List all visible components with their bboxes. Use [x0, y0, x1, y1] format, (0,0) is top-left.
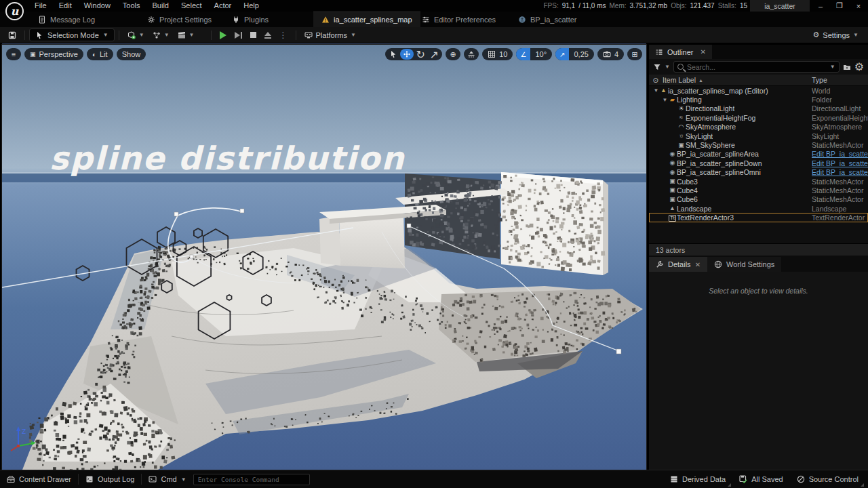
- row-label[interactable]: Cube3: [677, 178, 698, 186]
- row-label[interactable]: ia_scatter_splines_map (Editor): [668, 87, 768, 95]
- row-label[interactable]: BP_ia_scatter_splineOmni: [677, 168, 761, 176]
- outliner-row[interactable]: ◉BP_ia_scatter_splineAreaEdit BP_ia_scat…: [649, 150, 868, 159]
- menu-item-actor[interactable]: Actor: [208, 0, 238, 12]
- outliner-row[interactable]: ▣Cube4StaticMeshActor: [649, 186, 868, 195]
- close-icon[interactable]: ✕: [695, 261, 701, 268]
- row-label[interactable]: DirectionalLight: [686, 104, 734, 113]
- edit-blueprint-link[interactable]: Edit BP_ia_scatter: [812, 168, 868, 176]
- row-label[interactable]: TextRenderActor3: [677, 214, 734, 222]
- row-label[interactable]: Cube6: [677, 195, 698, 203]
- outliner-row[interactable]: ☀DirectionalLightDirectionalLight: [649, 104, 868, 113]
- cinematics-button[interactable]: ▼: [174, 28, 199, 42]
- menu-item-build[interactable]: Build: [146, 0, 175, 12]
- show-dropdown[interactable]: Show: [117, 48, 146, 60]
- close-button[interactable]: ×: [849, 0, 868, 12]
- tab-bp-ia-scatter[interactable]: BP_ia_scatter: [510, 12, 585, 27]
- outliner-row[interactable]: ▣Cube3StaticMeshActor: [649, 177, 868, 186]
- move-tool-button[interactable]: [400, 49, 414, 60]
- create-folder-icon[interactable]: [843, 63, 851, 71]
- grid-snap-control[interactable]: 10: [482, 48, 513, 60]
- close-icon[interactable]: ✕: [701, 48, 706, 56]
- view-mode-dropdown[interactable]: ◐ Lit: [87, 48, 113, 60]
- row-label[interactable]: Lighting: [677, 96, 702, 104]
- row-label[interactable]: SkyAtmosphere: [686, 123, 736, 131]
- row-label[interactable]: Cube4: [677, 186, 698, 195]
- derived-data-button[interactable]: Derived Data: [663, 470, 732, 488]
- row-label[interactable]: SkyLight: [686, 132, 713, 140]
- maximize-viewport-button[interactable]: ⊞: [627, 48, 642, 60]
- content-drawer-button[interactable]: Content Drawer: [0, 470, 78, 488]
- outliner-row[interactable]: ▼▰LightingFolder: [649, 95, 868, 104]
- scale-snap-control[interactable]: ↗ 0,25: [555, 48, 594, 60]
- perspective-dropdown[interactable]: ▣ Perspective: [24, 48, 83, 60]
- scale-tool-button[interactable]: ↗: [427, 49, 441, 60]
- visibility-eye-icon[interactable]: ⊙: [649, 76, 663, 84]
- menu-item-file[interactable]: File: [28, 0, 53, 12]
- row-label[interactable]: BP_ia_scatter_splineDown: [677, 159, 762, 167]
- outliner-row[interactable]: ▣SM_SkySphereStaticMeshActor: [649, 140, 868, 149]
- select-tool-button[interactable]: [387, 49, 400, 60]
- play-options-button[interactable]: ⋮: [275, 28, 292, 42]
- surface-snapping-button[interactable]: [464, 48, 479, 60]
- camera-speed-control[interactable]: 4: [597, 48, 624, 60]
- tab-message-log[interactable]: Message Log: [30, 12, 103, 27]
- outliner-row[interactable]: ≈ExponentialHeightFogExponentialHeightFo…: [649, 113, 868, 122]
- outliner-settings-gear-icon[interactable]: ⚙: [854, 60, 864, 73]
- row-label[interactable]: BP_ia_scatter_splineArea: [677, 150, 759, 158]
- tab-world-settings[interactable]: World Settings: [707, 257, 781, 272]
- menu-item-tools[interactable]: Tools: [117, 0, 146, 12]
- cmd-dropdown[interactable]: Cmd ▼: [142, 470, 193, 488]
- edit-blueprint-link[interactable]: Edit BP_ia_scatter: [812, 159, 868, 167]
- row-label[interactable]: SM_SkySphere: [686, 141, 735, 149]
- platforms-dropdown[interactable]: Platforms ▼: [300, 28, 360, 42]
- outliner-row[interactable]: ▼▲ia_scatter_splines_map (Editor)World: [649, 86, 868, 95]
- restore-button[interactable]: ❐: [830, 0, 849, 12]
- expander-icon[interactable]: ▼: [662, 97, 668, 103]
- save-button[interactable]: [4, 28, 20, 42]
- tab-outliner[interactable]: Outliner ✕: [649, 45, 712, 59]
- menu-item-window[interactable]: Window: [78, 0, 117, 12]
- chevron-down-icon[interactable]: ▼: [665, 64, 670, 70]
- outliner-row[interactable]: ◉BP_ia_scatter_splineDownEdit BP_ia_scat…: [649, 159, 868, 167]
- rotate-tool-button[interactable]: ↻: [414, 49, 427, 60]
- menu-item-select[interactable]: Select: [175, 0, 208, 12]
- settings-dropdown[interactable]: ⚙ Settings ▼: [808, 28, 863, 42]
- row-label[interactable]: Landscape: [677, 205, 711, 213]
- minimize-button[interactable]: –: [811, 0, 830, 12]
- outliner-search-box[interactable]: ▼: [673, 61, 840, 73]
- search-input[interactable]: [687, 63, 827, 71]
- tab-project-settings[interactable]: Project Settings: [139, 12, 220, 27]
- edit-blueprint-link[interactable]: Edit BP_ia_scatter: [812, 150, 868, 158]
- menu-item-edit[interactable]: Edit: [53, 0, 78, 12]
- outliner-row[interactable]: ☼SkyLightSkyLight: [649, 131, 868, 140]
- selection-mode-dropdown[interactable]: Selection Mode ▼: [29, 28, 115, 41]
- tab-editor-preferences[interactable]: Editor Preferences: [414, 12, 504, 27]
- expander-icon[interactable]: ▼: [653, 87, 659, 94]
- stop-button[interactable]: [246, 28, 260, 42]
- level-viewport[interactable]: spline distribution: [2, 45, 646, 470]
- filter-icon[interactable]: [653, 63, 661, 71]
- outliner-row[interactable]: ◠SkyAtmosphereSkyAtmosphere: [649, 123, 868, 131]
- outliner-row[interactable]: TtTextRenderActor3TextRenderActor: [649, 213, 868, 222]
- blueprints-button[interactable]: ▼: [149, 28, 174, 42]
- output-log-button[interactable]: Output Log: [79, 470, 141, 488]
- world-local-toggle[interactable]: ⊕: [446, 48, 460, 60]
- play-button[interactable]: [216, 28, 231, 42]
- outliner-row[interactable]: ▣Cube6StaticMeshActor: [649, 195, 868, 204]
- column-item-label[interactable]: Item Label: [663, 76, 696, 84]
- outliner-row[interactable]: ◉BP_ia_scatter_splineOmniEdit BP_ia_scat…: [649, 168, 868, 177]
- all-saved-button[interactable]: All Saved: [732, 470, 789, 488]
- outliner-row[interactable]: ▲LandscapeLandscape: [649, 204, 868, 213]
- row-label[interactable]: ExponentialHeightFog: [686, 114, 755, 122]
- tab-ia-scatter-splines-map[interactable]: ia_scatter_splines_map: [313, 12, 420, 27]
- sort-ascending-icon[interactable]: ▲: [698, 78, 703, 83]
- add-actor-button[interactable]: ▼: [123, 28, 149, 42]
- chevron-down-icon[interactable]: ▼: [830, 64, 835, 70]
- eject-button[interactable]: [260, 28, 275, 42]
- column-type-label[interactable]: Type: [812, 76, 827, 84]
- rotation-snap-control[interactable]: ∠ 10°: [516, 48, 552, 60]
- console-command-input[interactable]: [193, 474, 310, 485]
- viewport-options-button[interactable]: ≡: [6, 48, 21, 60]
- menu-item-help[interactable]: Help: [237, 0, 265, 12]
- tab-details[interactable]: Details ✕: [649, 257, 707, 272]
